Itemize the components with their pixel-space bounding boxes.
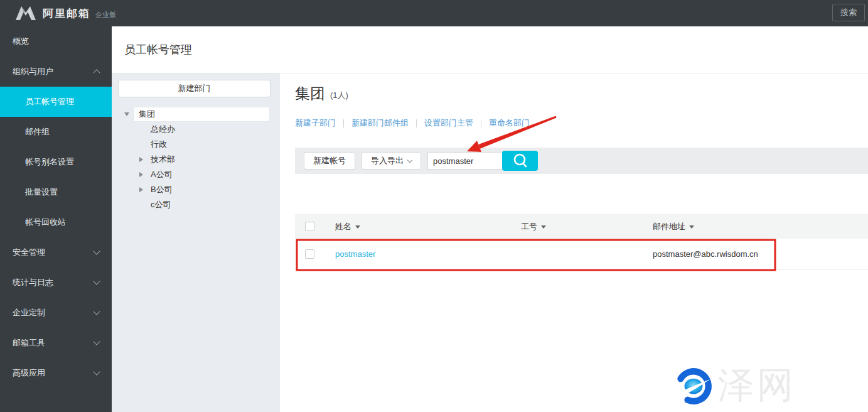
sidebar-item-label: 统计与日志 <box>13 277 53 288</box>
set-dept-manager-link[interactable]: 设置部门主管 <box>424 117 473 129</box>
tree-node-label: A公司 <box>151 169 173 180</box>
tree-collapsed-icon[interactable] <box>139 187 143 192</box>
new-department-button[interactable]: 新建部门 <box>118 80 271 97</box>
sidebar-group-enterprise-custom[interactable]: 企业定制 <box>0 298 112 328</box>
sidebar-item-label: 邮箱工具 <box>13 337 45 349</box>
tree-node-label: 技术部 <box>151 154 175 165</box>
separator <box>343 119 344 127</box>
sort-caret-icon[interactable] <box>541 225 546 229</box>
sidebar-item-account-alias[interactable]: 帐号别名设置 <box>0 147 112 177</box>
tree-node-company-b[interactable]: B公司 <box>112 182 280 197</box>
email-value: postmaster@abc.rwisdom.cn <box>653 249 758 259</box>
column-label: 姓名 <box>335 221 351 232</box>
sidebar-item-employee-accounts[interactable]: 员工帐号管理 <box>0 87 112 117</box>
topbar: 阿里邮箱 企业版 搜索 <box>0 0 868 26</box>
brand-logo-icon <box>15 6 36 21</box>
brand-edition-label: 企业版 <box>95 10 116 19</box>
import-export-button[interactable]: 导入导出 <box>362 152 421 170</box>
sidebar-group-mail-tools[interactable]: 邮箱工具 <box>0 328 112 358</box>
member-count: (1人) <box>330 90 348 101</box>
brand: 阿里邮箱 企业版 <box>15 6 116 21</box>
tree-node-tech-dept[interactable]: 技术部 <box>112 152 280 167</box>
import-export-label: 导入导出 <box>371 155 404 166</box>
column-label: 邮件地址 <box>653 221 685 232</box>
select-all-checkbox[interactable] <box>305 222 314 231</box>
watermark: 泽网 <box>673 361 796 410</box>
tree-node-label: B公司 <box>151 184 173 195</box>
sidebar-item-label: 高级应用 <box>13 367 45 379</box>
chevron-down-icon <box>407 157 412 162</box>
brand-name: 阿里邮箱 <box>43 6 90 21</box>
rename-dept-link[interactable]: 重命名部门 <box>489 117 530 129</box>
sidebar-item-label: 员工帐号管理 <box>25 96 74 107</box>
sidebar-item-label: 概览 <box>13 36 29 47</box>
accounts-table: 姓名 工号 邮件地址 postmaster postmas <box>295 214 868 270</box>
separator <box>481 119 481 127</box>
sidebar-item-label: 帐号回收站 <box>25 217 66 228</box>
row-select-cell <box>295 249 335 259</box>
chevron-down-icon <box>93 308 100 315</box>
sort-caret-icon[interactable] <box>355 225 360 229</box>
account-toolbar: 新建帐号 导入导出 <box>295 148 868 174</box>
column-header-email: 邮件地址 <box>653 221 868 232</box>
page-header: 员工帐号管理 <box>112 26 868 73</box>
sidebar-item-overview[interactable]: 概览 <box>0 26 112 57</box>
chevron-down-icon <box>93 338 100 345</box>
tree-collapsed-icon[interactable] <box>139 157 143 162</box>
sort-caret-icon[interactable] <box>689 225 694 229</box>
tree-node-admin[interactable]: 行政 <box>112 137 280 152</box>
column-label: 工号 <box>521 221 537 232</box>
page-title: 员工帐号管理 <box>124 42 192 57</box>
department-title: 集团 <box>295 84 325 104</box>
select-all-cell <box>295 222 335 231</box>
tree-node-label: c公司 <box>151 199 171 210</box>
chevron-down-icon <box>93 247 100 254</box>
row-checkbox[interactable] <box>305 249 314 259</box>
tree-expanded-icon[interactable] <box>124 112 129 116</box>
tree-node-label: 总经办 <box>151 124 175 135</box>
department-actions: 新建子部门 新建部门邮件组 设置部门主管 重命名部门 <box>295 117 530 129</box>
sidebar-item-label: 帐号别名设置 <box>25 156 74 168</box>
sidebar-item-account-recycle[interactable]: 帐号回收站 <box>0 207 112 237</box>
tree-node-gm-office[interactable]: 总经办 <box>112 122 280 137</box>
topbar-search-button[interactable]: 搜索 <box>832 4 865 21</box>
table-header-row: 姓名 工号 邮件地址 <box>295 214 868 239</box>
watermark-text: 泽网 <box>718 361 796 410</box>
separator <box>416 119 417 127</box>
sidebar-item-mail-groups[interactable]: 邮件组 <box>0 117 112 147</box>
department-heading: 集团 (1人) <box>295 84 348 104</box>
sidebar-group-advanced-apps[interactable]: 高级应用 <box>0 358 112 388</box>
table-row: postmaster postmaster@abc.rwisdom.cn <box>295 239 868 270</box>
sidebar: 概览 组织与用户 员工帐号管理 邮件组 帐号别名设置 批量设置 帐号回收站 安全… <box>0 26 112 412</box>
account-search-input[interactable] <box>427 152 503 170</box>
new-dept-mailgroup-link[interactable]: 新建部门邮件组 <box>351 117 409 129</box>
department-tree: 集团 总经办 行政 技术部 A公司 B公司 c公司 <box>112 107 280 212</box>
tree-collapsed-icon[interactable] <box>139 172 143 177</box>
chevron-up-icon <box>93 69 100 76</box>
sidebar-group-org-users[interactable]: 组织与用户 <box>0 57 112 87</box>
magnifier-icon <box>512 153 528 169</box>
sidebar-item-label: 组织与用户 <box>13 66 53 77</box>
department-tree-panel: 新建部门 集团 总经办 行政 技术部 A公司 B公司 c公司 <box>112 73 280 412</box>
tree-node-label: 行政 <box>151 139 167 150</box>
new-subdept-link[interactable]: 新建子部门 <box>295 117 336 129</box>
row-name-cell: postmaster <box>335 249 521 259</box>
new-account-button[interactable]: 新建帐号 <box>304 152 355 170</box>
tree-node-company-a[interactable]: A公司 <box>112 167 280 182</box>
chevron-down-icon <box>93 278 100 285</box>
sidebar-item-label: 邮件组 <box>25 126 50 138</box>
tree-node-company-c[interactable]: c公司 <box>112 197 280 212</box>
watermark-logo-icon <box>673 364 714 408</box>
row-email-cell: postmaster@abc.rwisdom.cn <box>653 249 868 259</box>
tree-node-label: 集团 <box>134 107 270 122</box>
sidebar-group-stats-logs[interactable]: 统计与日志 <box>0 268 112 298</box>
sidebar-item-label: 安全管理 <box>13 247 45 258</box>
chevron-down-icon <box>93 368 100 375</box>
search-submit-button[interactable] <box>502 151 538 171</box>
account-name-link[interactable]: postmaster <box>335 249 375 259</box>
tree-node-group[interactable]: 集团 <box>112 107 280 122</box>
sidebar-group-security[interactable]: 安全管理 <box>0 237 112 268</box>
account-searchbox <box>427 151 538 171</box>
sidebar-item-batch-settings[interactable]: 批量设置 <box>0 177 112 207</box>
sidebar-item-label: 企业定制 <box>13 307 45 318</box>
